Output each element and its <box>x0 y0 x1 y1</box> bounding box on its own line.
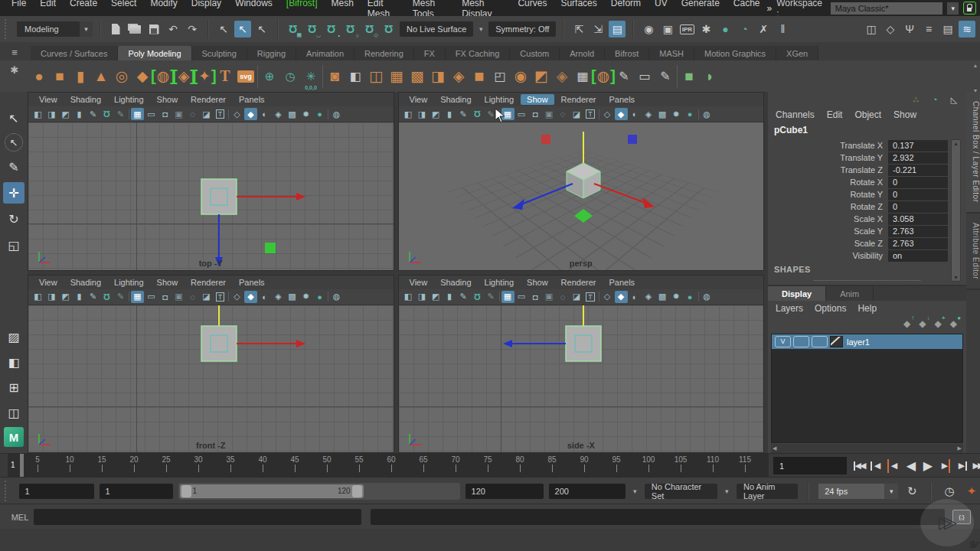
gate-mask-icon[interactable]: ▣ <box>172 108 185 120</box>
textured-mode-icon[interactable]: ◐ <box>258 108 271 120</box>
scroll-left-icon[interactable]: ◀ <box>773 445 776 452</box>
modeling-toolkit-icon[interactable]: ◇ <box>882 21 899 37</box>
save-scene-icon[interactable] <box>145 21 162 37</box>
viewport-menu-item[interactable]: Renderer <box>555 94 603 105</box>
extract-icon[interactable]: ◈ <box>449 64 469 90</box>
snap-to-curve-icon[interactable]: Ω◡ <box>304 21 321 37</box>
move-z-arrowhead[interactable] <box>512 199 524 210</box>
shelf-menu-icon[interactable]: ≡ <box>11 47 18 58</box>
viewport-menu-item[interactable]: Lighting <box>108 277 150 288</box>
symmetry-field[interactable]: Symmetry: Off <box>488 21 556 37</box>
wireframe-on-shaded-icon[interactable]: ◈ <box>272 108 285 120</box>
grid-toggle-icon[interactable]: ▦ <box>131 108 144 120</box>
viewport-toolbar-icon[interactable] <box>128 291 130 303</box>
output-connections-icon[interactable]: ⇲ <box>590 21 606 37</box>
tool-settings-icon[interactable]: ◫ <box>863 21 880 37</box>
pcube-front[interactable] <box>201 326 237 361</box>
viewport-canvas-top[interactable]: top -Y <box>28 122 394 270</box>
2d-pan-zoom-icon[interactable]: Ω <box>100 291 113 303</box>
xray-icon[interactable]: ◍ <box>330 108 343 120</box>
create-empty-layer-icon[interactable]: ◆+ <box>935 318 942 329</box>
channel-box-menu-item[interactable]: Channels <box>776 109 815 120</box>
camera-attributes-icon[interactable]: ◧ <box>402 108 415 120</box>
shelf-tab[interactable]: Poly Modeling <box>118 46 191 60</box>
timeline-tick[interactable]: 120 <box>761 454 769 478</box>
safe-action-icon[interactable]: ◪ <box>570 291 583 303</box>
edit-edge-flow-icon[interactable]: ▭ <box>635 64 655 90</box>
poly-cylinder-icon[interactable]: ▮ <box>70 64 90 90</box>
hyperbolic-graph-icon[interactable]: ◺ <box>948 93 960 106</box>
gate-mask-icon[interactable]: ▣ <box>172 291 185 303</box>
select-tool-icon[interactable]: ↖ <box>3 107 24 129</box>
camera-lock-icon[interactable]: ◩ <box>430 291 443 303</box>
range-slider[interactable]: 1 120 <box>178 483 460 500</box>
bookmark-icon[interactable]: ▮ <box>443 108 456 120</box>
camera-bookmark-icon[interactable]: ◨ <box>416 108 429 120</box>
viewport-menu-item[interactable]: Show <box>521 94 554 105</box>
channel-label[interactable]: Translate Y <box>840 153 888 162</box>
live-surface-dropdown-icon[interactable]: ▾ <box>475 25 486 33</box>
shelf-tab[interactable]: FX Caching <box>446 46 510 60</box>
use-default-material-icon[interactable]: ▩ <box>656 108 669 120</box>
poly-torus-icon[interactable]: ◎ <box>112 64 132 90</box>
separate-icon[interactable]: ◨ <box>428 64 448 90</box>
smooth-proxy-icon[interactable]: ◍ <box>593 64 613 90</box>
smooth-mesh-icon[interactable]: ◙ <box>325 64 345 90</box>
shelf-tab[interactable]: FX <box>414 46 446 60</box>
textured-mode-icon[interactable]: ◐ <box>629 108 642 120</box>
viewport-canvas-front[interactable]: front -Z <box>28 305 394 453</box>
snap-to-point-icon[interactable]: Ω• <box>323 21 340 37</box>
sidebar-vertical-tab[interactable]: Attribute Editor <box>966 214 980 290</box>
layer-editor-tab[interactable]: Display <box>768 286 826 301</box>
wireframe-icon[interactable]: ◇ <box>230 108 243 120</box>
timeline-tick[interactable]: 65 <box>407 454 439 478</box>
combine-icon[interactable]: ◧ <box>345 64 365 90</box>
snap-to-view-plane-icon[interactable]: Ω◇ <box>361 21 378 37</box>
mel-label[interactable]: MEL <box>6 513 34 522</box>
channel-label[interactable]: Scale X <box>854 214 888 223</box>
wireframe-icon[interactable]: ◇ <box>601 291 614 303</box>
field-chart-icon[interactable]: ◌ <box>557 108 570 120</box>
wireframe-icon[interactable]: ◇ <box>601 108 614 120</box>
film-gate-icon[interactable]: ▭ <box>145 108 158 120</box>
viewport-toolbar-icon[interactable] <box>697 108 700 120</box>
annotate-icon[interactable]: ✎ <box>114 291 127 303</box>
move-plane-xy-handle[interactable] <box>628 135 637 144</box>
timeline-tick[interactable]: 75 <box>472 454 504 478</box>
viewport-toolbar-icon[interactable] <box>327 291 329 303</box>
character-controls-icon[interactable]: Ψ <box>901 21 918 37</box>
lights-icon[interactable]: ✹ <box>299 291 312 303</box>
safe-action-icon[interactable]: ◪ <box>570 108 583 120</box>
animation-end-field[interactable]: 200 <box>549 484 626 499</box>
next-key-button[interactable]: ▶ <box>936 458 952 474</box>
viewport-menu-item[interactable]: Shading <box>434 277 477 288</box>
camera-lock-icon[interactable]: ◩ <box>59 291 72 303</box>
viewport-menu-item[interactable]: Panels <box>233 277 271 288</box>
grease-pencil-icon[interactable]: ✎ <box>457 108 470 120</box>
viewport-menu-item[interactable]: Show <box>151 94 185 105</box>
timeline-tick[interactable]: 40 <box>247 454 279 478</box>
pause-icon[interactable]: ‖ <box>774 21 791 37</box>
resolution-gate-icon[interactable]: ◘ <box>158 108 172 120</box>
shaded-mode-icon[interactable]: ◆ <box>244 108 257 120</box>
viewport-menu-item[interactable]: Panels <box>233 94 271 105</box>
character-set-field[interactable]: No Character Set <box>645 484 717 499</box>
workspace-dropdown[interactable]: Maya Classic* <box>831 2 942 15</box>
scroll-right-icon[interactable]: ▶ <box>958 445 962 452</box>
gate-mask-icon[interactable]: ▣ <box>543 291 556 303</box>
render-setup-icon[interactable]: ◔ <box>736 21 753 37</box>
animation-preferences-icon[interactable]: ◷ <box>941 483 958 500</box>
channel-value-field[interactable]: 2.763 <box>888 226 948 237</box>
field-chart-icon[interactable]: ◌ <box>557 291 570 303</box>
redo-icon[interactable]: ↷ <box>184 21 201 37</box>
workspace-lock-icon[interactable] <box>963 2 976 15</box>
viewport-menu-item[interactable]: Shading <box>64 277 107 288</box>
timeline-tick[interactable]: 80 <box>504 454 536 478</box>
timeline-tick[interactable]: 30 <box>182 454 214 478</box>
layer-editor-menu-item[interactable]: Layers <box>776 303 803 314</box>
platonic-solid-icon[interactable]: ◈ <box>174 64 194 90</box>
persp-outliner-layout-icon[interactable]: ◫ <box>3 402 24 423</box>
previous-key-button[interactable]: ◀ <box>885 458 902 474</box>
channel-manipulator-icon[interactable]: ∴ <box>910 93 922 106</box>
single-pane-layout-icon[interactable]: ◧ <box>3 351 24 373</box>
